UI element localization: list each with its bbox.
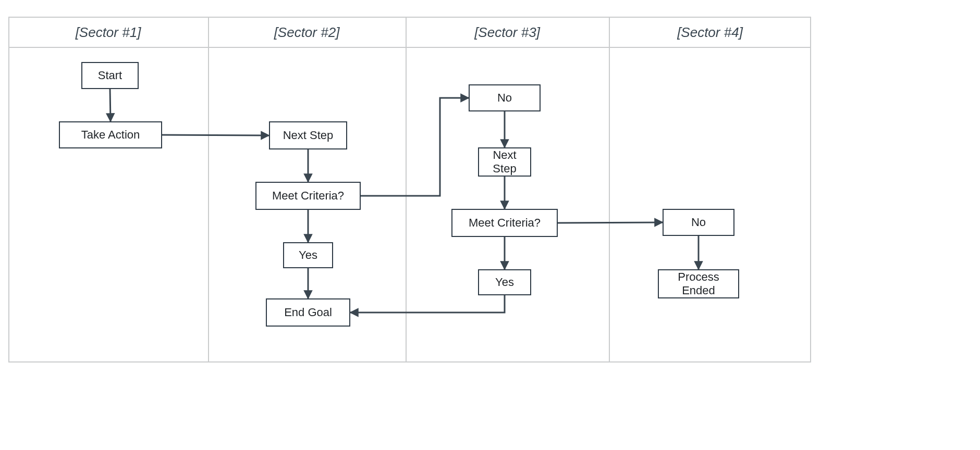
node-meet-criteria-1: Meet Criteria? (255, 182, 361, 210)
flowchart-canvas: [Sector #1] [Sector #2] [Sector #3] [Sec… (0, 0, 980, 450)
lane-header-underline (8, 47, 811, 48)
node-no-1: No (469, 84, 541, 111)
lane-header-3: [Sector #3] (406, 18, 609, 47)
node-yes-2: Yes (478, 269, 531, 295)
node-no-2: No (663, 209, 734, 236)
lane-header-4: [Sector #4] (609, 18, 811, 47)
lane-border-left (8, 17, 9, 361)
lane-border-bottom (8, 361, 811, 362)
node-meet-criteria-2: Meet Criteria? (451, 209, 558, 237)
lane-col-sep-3 (609, 17, 610, 361)
node-start: Start (81, 62, 139, 89)
node-take-action: Take Action (59, 121, 162, 148)
node-process-ended: Process Ended (658, 269, 739, 298)
node-next-step-1: Next Step (269, 121, 347, 149)
lane-col-sep-1 (208, 17, 209, 361)
lane-border-right (810, 17, 811, 361)
lane-header-2: [Sector #2] (208, 18, 406, 47)
node-end-goal: End Goal (266, 298, 350, 327)
node-next-step-2: Next Step (478, 147, 531, 177)
node-yes-1: Yes (283, 242, 333, 268)
lane-header-1: [Sector #1] (8, 18, 208, 47)
lane-col-sep-2 (406, 17, 407, 361)
